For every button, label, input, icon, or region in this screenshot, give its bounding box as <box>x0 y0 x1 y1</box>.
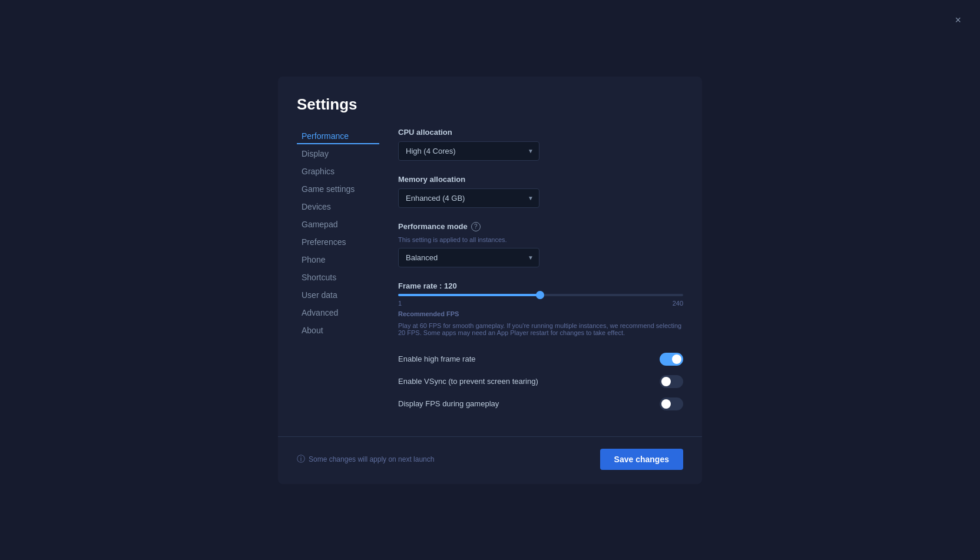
toggle-high-frame-rate[interactable] <box>660 353 683 366</box>
memory-allocation-section: Memory allocation Low (1 GB)Medium (2 GB… <box>398 175 683 208</box>
cpu-allocation-section: CPU allocation Low (1 Core)Medium (2 Cor… <box>398 128 683 161</box>
toggles-section: Enable high frame rateEnable VSync (to p… <box>398 350 683 413</box>
fps-note-title: Recommended FPS <box>398 310 683 317</box>
toggle-label-display-fps: Display FPS during gameplay <box>398 399 499 408</box>
sidebar-item-user-data[interactable]: User data <box>297 287 379 303</box>
sidebar-item-game-settings[interactable]: Game settings <box>297 181 379 197</box>
performance-mode-hint: This setting is applied to all instances… <box>398 236 683 243</box>
sidebar-item-graphics[interactable]: Graphics <box>297 163 379 180</box>
performance-mode-dropdown-wrapper: Power savingBalancedHigh performance ▼ <box>398 248 539 267</box>
save-changes-button[interactable]: Save changes <box>600 449 683 470</box>
info-circle-icon: ⓘ <box>297 454 305 465</box>
toggle-row-vsync: Enable VSync (to prevent screen tearing) <box>398 373 683 390</box>
memory-allocation-label: Memory allocation <box>398 175 683 184</box>
sidebar-item-display[interactable]: Display <box>297 145 379 162</box>
slider-min-label: 1 <box>398 300 402 307</box>
sidebar-item-advanced[interactable]: Advanced <box>297 304 379 321</box>
memory-allocation-dropdown[interactable]: Low (1 GB)Medium (2 GB)Enhanced (4 GB)Hi… <box>398 188 539 208</box>
performance-mode-section: Performance mode ? This setting is appli… <box>398 222 683 267</box>
close-button[interactable]: × <box>950 12 966 29</box>
cpu-allocation-dropdown[interactable]: Low (1 Core)Medium (2 Cores)High (4 Core… <box>398 141 539 161</box>
footer-note: ⓘ Some changes will apply on next launch <box>297 454 434 465</box>
performance-mode-header: Performance mode ? <box>398 222 683 231</box>
toggle-label-vsync: Enable VSync (to prevent screen tearing) <box>398 377 538 386</box>
cpu-allocation-label: CPU allocation <box>398 128 683 137</box>
toggle-vsync[interactable] <box>660 375 683 388</box>
sidebar: PerformanceDisplayGraphicsGame settingsD… <box>297 128 379 413</box>
sidebar-item-phone[interactable]: Phone <box>297 251 379 268</box>
toggle-knob-high-frame-rate <box>672 354 681 364</box>
footer-note-text: Some changes will apply on next launch <box>309 455 434 463</box>
toggle-knob-vsync <box>661 377 671 386</box>
performance-mode-label: Performance mode <box>398 222 468 231</box>
content-area: CPU allocation Low (1 Core)Medium (2 Cor… <box>398 128 683 413</box>
sidebar-item-preferences[interactable]: Preferences <box>297 234 379 250</box>
sidebar-item-gamepad[interactable]: Gamepad <box>297 216 379 233</box>
toggle-row-display-fps: Display FPS during gameplay <box>398 395 683 413</box>
frame-rate-label: Frame rate : 120 <box>398 281 683 290</box>
settings-body: PerformanceDisplayGraphicsGame settingsD… <box>278 128 702 432</box>
fps-note-body: Play at 60 FPS for smooth gameplay. If y… <box>398 322 683 336</box>
toggle-knob-display-fps <box>661 399 671 409</box>
sidebar-item-shortcuts[interactable]: Shortcuts <box>297 269 379 286</box>
frame-rate-slider-track <box>398 294 683 296</box>
footer: ⓘ Some changes will apply on next launch… <box>278 436 702 484</box>
performance-mode-info-icon[interactable]: ? <box>471 222 481 231</box>
page-title: Settings <box>278 77 702 128</box>
frame-rate-section: Frame rate : 120 1 240 Recommended FPS P… <box>398 281 683 336</box>
toggle-row-high-frame-rate: Enable high frame rate <box>398 350 683 368</box>
sidebar-item-about[interactable]: About <box>297 322 379 339</box>
sidebar-item-performance[interactable]: Performance <box>297 128 379 144</box>
cpu-allocation-dropdown-wrapper: Low (1 Core)Medium (2 Cores)High (4 Core… <box>398 141 539 161</box>
memory-allocation-dropdown-wrapper: Low (1 GB)Medium (2 GB)Enhanced (4 GB)Hi… <box>398 188 539 208</box>
slider-max-label: 240 <box>673 300 683 307</box>
performance-mode-dropdown[interactable]: Power savingBalancedHigh performance <box>398 248 539 267</box>
settings-dialog: Settings PerformanceDisplayGraphicsGame … <box>278 77 702 484</box>
sidebar-item-devices[interactable]: Devices <box>297 198 379 215</box>
toggle-display-fps[interactable] <box>660 397 683 410</box>
slider-labels: 1 240 <box>398 300 683 307</box>
frame-rate-slider-container <box>398 294 683 296</box>
toggle-label-high-frame-rate: Enable high frame rate <box>398 354 476 363</box>
